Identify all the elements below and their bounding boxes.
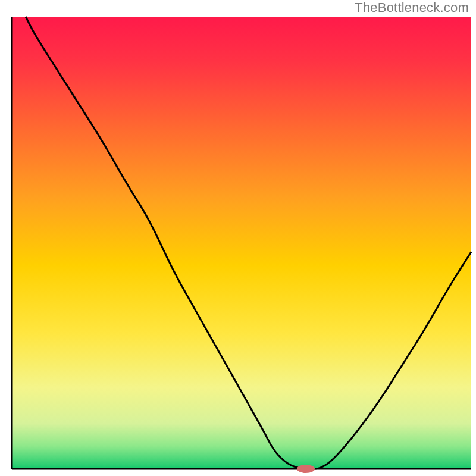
bottleneck-chart (0, 0, 476, 476)
watermark-text: TheBottleneck.com (355, 0, 469, 15)
chart-background (12, 17, 471, 469)
optimal-point-marker (297, 465, 315, 473)
